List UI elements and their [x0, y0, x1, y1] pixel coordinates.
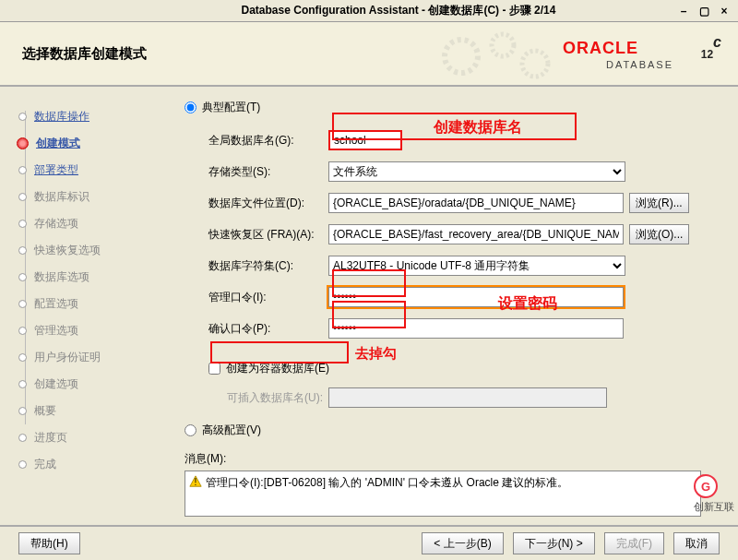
- message-box: ! 管理口令(I):[DBT-06208] 输入的 'ADMIN' 口令未遵从 …: [184, 471, 701, 517]
- step-dot-icon: [18, 113, 27, 121]
- step-dot-icon: [18, 166, 27, 174]
- cdb-label: 创建为容器数据库(E): [226, 361, 329, 376]
- footer: 帮助(H) < 上一步(B) 下一步(N) > 完成(F) 取消: [0, 525, 738, 560]
- step-dot-icon: [18, 246, 27, 255]
- maximize-button[interactable]: ▢: [697, 5, 710, 18]
- sidebar-item-label: 完成: [34, 457, 56, 472]
- charset-select[interactable]: AL32UTF8 - Unicode UTF-8 通用字符集: [328, 256, 625, 276]
- version-text: 12c: [701, 31, 721, 66]
- step-dot-icon: [18, 327, 27, 335]
- message-label: 消息(M):: [184, 451, 720, 467]
- cdb-row: 创建为容器数据库(E): [208, 361, 720, 376]
- sidebar-item-label: 数据库选项: [34, 269, 89, 285]
- file-location-input[interactable]: [328, 193, 624, 213]
- storage-type-row: 存储类型(S): 文件系统: [208, 161, 720, 182]
- step-dot-icon: [18, 460, 27, 469]
- step-dot-icon: [18, 434, 27, 442]
- wizard-sidebar: 数据库操作创建模式部署类型数据库标识存储选项快速恢复选项数据库选项配置选项管理选…: [0, 87, 166, 530]
- oracle-logo: ORACLE DATABASE 12c: [563, 39, 720, 76]
- storage-type-label: 存储类型(S):: [208, 164, 328, 180]
- sidebar-item-label: 存储选项: [34, 216, 78, 232]
- window-title: Database Configuration Assistant - 创建数据库…: [0, 3, 677, 18]
- sidebar-item-label: 创建模式: [36, 136, 80, 151]
- sidebar-item-label: 数据库操作: [34, 109, 89, 125]
- product-text: DATABASE: [606, 59, 673, 70]
- gears-decoration: [434, 31, 572, 82]
- file-location-label: 数据库文件位置(D):: [208, 196, 328, 211]
- sidebar-item-10: 创建选项: [18, 371, 166, 398]
- svg-point-1: [492, 34, 514, 56]
- pdb-label: 可插入数据库名(U):: [227, 390, 328, 406]
- svg-text:!: !: [195, 476, 197, 487]
- step-dot-icon: [18, 193, 27, 201]
- minimize-button[interactable]: –: [677, 5, 690, 18]
- step-dot-icon: [18, 300, 27, 308]
- fra-label: 快速恢复区 (FRA)(A):: [208, 227, 328, 243]
- typical-config-radio[interactable]: [184, 101, 196, 113]
- back-button[interactable]: < 上一步(B): [422, 532, 503, 554]
- close-button[interactable]: ×: [718, 5, 731, 18]
- browse-fra-button[interactable]: 浏览(O)...: [629, 224, 689, 244]
- cancel-button[interactable]: 取消: [673, 532, 720, 554]
- sidebar-item-9: 用户身份证明: [18, 344, 166, 371]
- sidebar-item-2[interactable]: 部署类型: [18, 157, 166, 184]
- annot-uncheck: 去掉勾: [355, 345, 397, 363]
- admin-pw-row: 管理口令(I):: [208, 287, 720, 307]
- storage-type-select[interactable]: 文件系统: [328, 161, 625, 182]
- pdb-row: 可插入数据库名(U):: [208, 387, 720, 408]
- admin-pw-input[interactable]: [328, 287, 624, 307]
- sidebar-item-6: 数据库选项: [18, 264, 166, 291]
- file-location-row: 数据库文件位置(D): 浏览(R)...: [208, 193, 720, 213]
- page-title: 选择数据库创建模式: [0, 45, 147, 63]
- step-dot-icon: [18, 353, 27, 362]
- content: 数据库操作创建模式部署类型数据库标识存储选项快速恢复选项数据库选项配置选项管理选…: [0, 87, 738, 530]
- help-button[interactable]: 帮助(H): [18, 532, 80, 554]
- fra-input[interactable]: [328, 224, 624, 244]
- sidebar-item-label: 快速恢复选项: [34, 243, 101, 258]
- typical-config-label: 典型配置(T): [202, 100, 260, 115]
- sidebar-item-5: 快速恢复选项: [18, 237, 166, 264]
- sidebar-item-0[interactable]: 数据库操作: [18, 103, 166, 130]
- cdb-checkbox[interactable]: [208, 363, 220, 375]
- sidebar-item-label: 部署类型: [34, 162, 78, 178]
- sidebar-item-3: 数据库标识: [18, 184, 166, 210]
- advanced-config-radio[interactable]: [184, 424, 196, 436]
- sidebar-item-label: 概要: [34, 403, 56, 419]
- sidebar-item-label: 数据库标识: [34, 189, 89, 205]
- svg-point-2: [522, 51, 548, 77]
- watermark: G 创新互联: [694, 474, 734, 514]
- admin-pw-label: 管理口令(I):: [208, 290, 328, 305]
- confirm-pw-input[interactable]: [328, 318, 624, 339]
- typical-config-radio-row: 典型配置(T): [184, 96, 720, 119]
- watermark-text: 创新互联: [694, 500, 734, 514]
- step-dot-icon: [17, 137, 29, 149]
- annot-dbname: 创建数据库名: [434, 118, 522, 137]
- sidebar-item-1[interactable]: 创建模式: [18, 130, 166, 157]
- fra-row: 快速恢复区 (FRA)(A): 浏览(O)...: [208, 224, 720, 244]
- global-db-input[interactable]: [328, 130, 402, 150]
- step-dot-icon: [18, 220, 27, 228]
- browse-file-button[interactable]: 浏览(R)...: [629, 193, 689, 213]
- next-button[interactable]: 下一步(N) >: [513, 532, 595, 554]
- charset-row: 数据库字符集(C): AL32UTF8 - Unicode UTF-8 通用字符…: [208, 256, 720, 276]
- window-controls: – ▢ ×: [677, 5, 738, 18]
- step-dot-icon: [18, 380, 27, 388]
- sidebar-item-12: 进度页: [18, 424, 166, 451]
- sidebar-item-13: 完成: [18, 451, 166, 478]
- main-panel: 典型配置(T) 全局数据库名(G): 创建数据库名 存储类型(S): 文件系统 …: [166, 87, 738, 530]
- finish-button[interactable]: 完成(F): [604, 532, 664, 554]
- charset-label: 数据库字符集(C):: [208, 258, 328, 274]
- pdb-input: [328, 387, 607, 408]
- sidebar-line: [25, 111, 26, 424]
- confirm-pw-row: 确认口令(P):: [208, 318, 720, 339]
- step-dot-icon: [18, 273, 27, 281]
- sidebar-item-label: 配置选项: [34, 296, 78, 312]
- svg-point-0: [445, 40, 478, 73]
- sidebar-item-label: 进度页: [34, 430, 67, 446]
- advanced-config-label: 高级配置(V): [202, 423, 261, 438]
- sidebar-item-7: 配置选项: [18, 291, 166, 317]
- sidebar-item-11: 概要: [18, 398, 166, 424]
- confirm-pw-label: 确认口令(P):: [208, 321, 328, 337]
- global-db-label: 全局数据库名(G):: [208, 133, 328, 149]
- title-bar: Database Configuration Assistant - 创建数据库…: [0, 0, 738, 22]
